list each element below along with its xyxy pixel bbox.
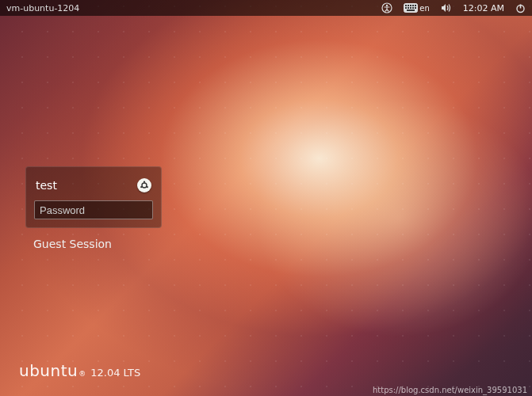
- power-icon: [515, 3, 526, 13]
- top-panel: vm-ubuntu-1204 en 12:02 AM: [0, 0, 532, 16]
- power-indicator[interactable]: [515, 3, 526, 13]
- accessibility-icon: [381, 2, 392, 13]
- branding: ubuntu ® 12.04 LTS: [19, 361, 140, 380]
- sound-indicator[interactable]: [441, 3, 452, 13]
- clock-label: 12:02 AM: [463, 3, 504, 13]
- svg-rect-12: [415, 7, 416, 9]
- session-chooser[interactable]: [137, 178, 151, 192]
- svg-rect-4: [408, 5, 409, 6]
- svg-point-19: [140, 186, 142, 188]
- svg-rect-6: [412, 5, 414, 6]
- volume-icon: [441, 3, 452, 13]
- svg-rect-13: [407, 10, 415, 11]
- svg-point-17: [144, 181, 145, 182]
- ubuntu-wordmark: ubuntu: [19, 361, 78, 380]
- svg-rect-3: [405, 5, 407, 6]
- keyboard-lang-label: en: [419, 4, 430, 13]
- svg-rect-8: [405, 7, 407, 9]
- ubuntu-logo-icon: [140, 178, 149, 193]
- watermark-text: https://blog.csdn.net/weixin_39591031: [373, 386, 527, 394]
- registered-mark: ®: [78, 370, 86, 378]
- version-label: 12.04 LTS: [90, 367, 140, 379]
- clock-indicator[interactable]: 12:02 AM: [463, 3, 504, 13]
- svg-point-18: [147, 186, 148, 188]
- login-box: test: [25, 166, 162, 228]
- keyboard-icon: [404, 3, 418, 13]
- password-input[interactable]: [34, 200, 153, 219]
- svg-rect-11: [412, 7, 414, 9]
- svg-rect-5: [410, 5, 411, 6]
- guest-session-button[interactable]: Guest Session: [33, 238, 112, 250]
- svg-rect-10: [410, 7, 411, 9]
- username-label: test: [36, 179, 57, 192]
- user-row[interactable]: test: [34, 175, 153, 200]
- svg-rect-9: [408, 7, 409, 9]
- accessibility-indicator[interactable]: [381, 2, 392, 13]
- svg-point-1: [386, 5, 388, 6]
- keyboard-indicator[interactable]: en: [404, 3, 430, 13]
- svg-rect-7: [415, 5, 416, 6]
- svg-point-16: [142, 183, 147, 188]
- hostname-label: vm-ubuntu-1204: [6, 3, 79, 13]
